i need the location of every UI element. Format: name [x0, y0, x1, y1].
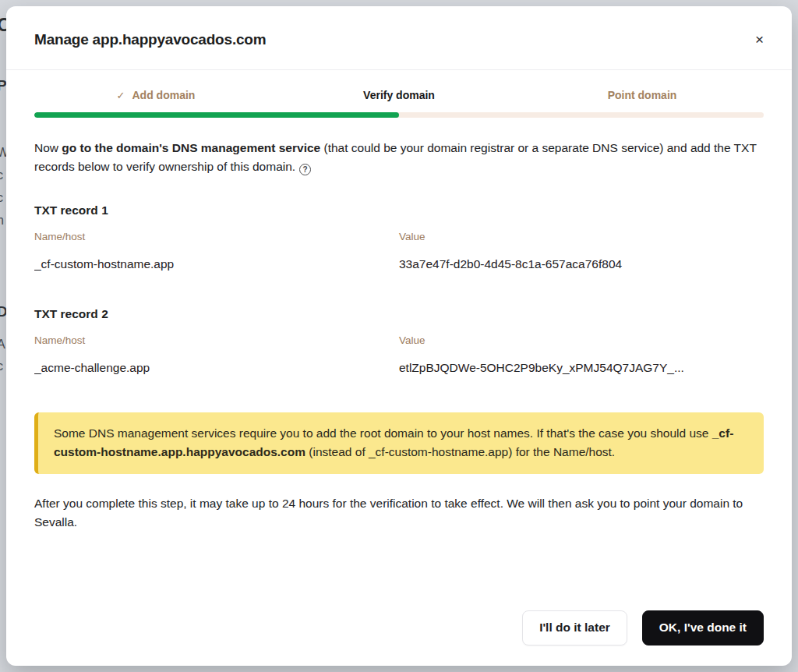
name-host-column-header: Name/host: [34, 231, 399, 242]
manage-domain-modal: Manage app.happyavocados.com × ✓ Add dom…: [6, 6, 792, 666]
backdrop-letter: c: [0, 169, 3, 182]
step-label: Point domain: [608, 89, 677, 101]
txt-record-2: TXT record 2 Name/host Value _acme-chall…: [34, 307, 764, 375]
do-it-later-button[interactable]: I'll do it later: [522, 610, 627, 645]
backdrop-letter: A: [0, 338, 5, 351]
instructions-paragraph: Now go to the domain's DNS management se…: [34, 139, 764, 175]
modal-title: Manage app.happyavocados.com: [34, 31, 266, 48]
backdrop-letter: c: [0, 192, 3, 204]
record-name-value: _acme-challenge.app: [34, 361, 399, 375]
stepper-labels: ✓ Add domain Verify domain Point domain: [34, 89, 764, 101]
progress-fill: [34, 112, 399, 118]
record-heading: TXT record 1: [34, 203, 764, 218]
value-column-header: Value: [399, 231, 764, 242]
modal-body: ✓ Add domain Verify domain Point domain …: [6, 70, 792, 666]
warning-text: Some DNS management services require you…: [54, 426, 712, 440]
step-label: Add domain: [132, 89, 196, 101]
help-icon[interactable]: ?: [299, 164, 311, 175]
close-icon[interactable]: ×: [750, 27, 768, 51]
value-column-header: Value: [399, 334, 764, 346]
intro-text: Now: [34, 141, 62, 154]
backdrop-letter: h: [0, 214, 4, 227]
record-name-value: _cf-custom-hostname.app: [34, 257, 399, 271]
backdrop-letter: c: [0, 360, 3, 373]
step-verify-domain: Verify domain: [277, 89, 521, 101]
record-table: Name/host Value _cf-custom-hostname.app …: [34, 231, 764, 271]
ok-done-button[interactable]: OK, I've done it: [642, 610, 764, 645]
record-table: Name/host Value _acme-challenge.app etlZ…: [34, 334, 764, 375]
progress-bar-track: [34, 112, 764, 118]
intro-bold-text: go to the domain's DNS management servic…: [62, 141, 320, 154]
dns-root-domain-warning: Some DNS management services require you…: [34, 412, 764, 474]
step-label: Verify domain: [363, 89, 435, 101]
record-value-value: etlZpBJQDWe-5OHC2P9beKy_xPMJ54Q7JAG7Y_..…: [399, 361, 764, 375]
check-icon: ✓: [117, 90, 125, 101]
modal-header: Manage app.happyavocados.com ×: [6, 6, 792, 70]
warning-text: (instead of _cf-custom-hostname.app) for…: [305, 445, 615, 458]
name-host-column-header: Name/host: [34, 334, 399, 346]
record-heading: TXT record 2: [34, 307, 764, 321]
domain-setup-stepper: ✓ Add domain Verify domain Point domain: [34, 89, 764, 118]
record-value-value: 33a7e47f-d2b0-4d45-8c1a-657aca76f804: [399, 257, 764, 271]
step-point-domain: Point domain: [521, 89, 764, 101]
modal-actions: I'll do it later OK, I've done it: [34, 610, 764, 666]
verification-delay-note: After you complete this step, it may tak…: [34, 494, 764, 532]
step-add-domain: ✓ Add domain: [34, 89, 277, 101]
txt-record-1: TXT record 1 Name/host Value _cf-custom-…: [34, 203, 764, 271]
